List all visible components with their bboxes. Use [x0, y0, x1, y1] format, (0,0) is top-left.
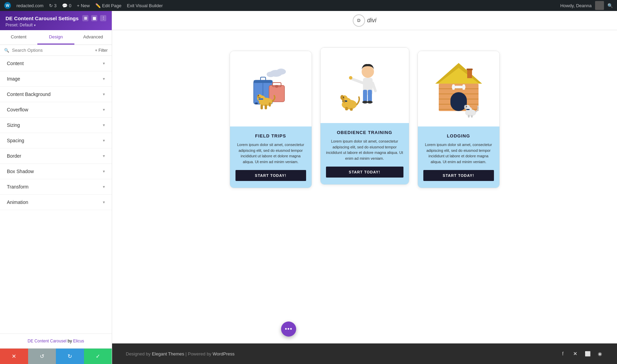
sidebar-header: DE Content Carousel Settings ⊞ ▦ ⋮ Prese…	[0, 11, 112, 30]
settings-item-image[interactable]: Image ▾	[0, 71, 112, 87]
svg-rect-49	[450, 92, 467, 111]
svg-point-8	[275, 85, 278, 88]
tab-advanced[interactable]: Advanced	[74, 30, 112, 45]
chevron-right-icon: ▾	[103, 107, 105, 112]
preset-chevron-icon[interactable]: ▾	[34, 23, 36, 27]
settings-item-label: Spacing	[7, 138, 24, 143]
card-body-obedience-training: OBEDIENCE TRAINING Lorem ipsum dolor sit…	[320, 123, 409, 184]
content-area: D divi	[112, 11, 617, 364]
instagram-icon[interactable]: ⬜	[584, 350, 591, 357]
tab-design[interactable]: Design	[37, 30, 75, 45]
chevron-right-icon: ▾	[103, 123, 105, 128]
layout-icon[interactable]: ▦	[91, 15, 97, 21]
rss-icon[interactable]: ◉	[596, 350, 603, 357]
redo-button[interactable]: ↻	[56, 349, 84, 364]
svg-point-16	[258, 95, 259, 96]
settings-item-label: Transform	[7, 184, 28, 190]
card-field-trips: FIELD TRIPS Lorem ipsum dolor sit amet, …	[230, 51, 312, 188]
card-title-obedience-training: OBEDIENCE TRAINING	[326, 130, 403, 135]
card-body-lodging: LODGING Lorem ipsum dolor sit amet, cons…	[418, 126, 499, 188]
sidebar-title-icons: ⊞ ▦ ⋮	[82, 15, 106, 21]
elegant-themes-link[interactable]: Elegant Themes	[152, 351, 184, 356]
svg-point-24	[362, 101, 368, 104]
site-name-bar-item[interactable]: redacted.com	[16, 3, 44, 8]
svg-point-10	[276, 69, 286, 75]
settings-item-transform[interactable]: Transform ▾	[0, 179, 112, 195]
svg-point-56	[462, 87, 465, 90]
chevron-right-icon: ▾	[103, 61, 105, 66]
settings-item-spacing[interactable]: Spacing ▾	[0, 133, 112, 148]
svg-rect-4	[255, 102, 258, 104]
settings-sidebar: DE Content Carousel Settings ⊞ ▦ ⋮ Prese…	[0, 11, 112, 364]
svg-rect-6	[269, 85, 285, 102]
settings-item-label: Content Background	[7, 92, 51, 97]
svg-rect-50	[455, 86, 463, 88]
sidebar-title-row: DE Content Carousel Settings ⊞ ▦ ⋮	[5, 15, 106, 21]
footer-social-icons: f ✕ ⬜ ◉	[559, 350, 603, 357]
settings-icon[interactable]: ⊞	[82, 15, 88, 21]
svg-point-25	[367, 101, 373, 104]
svg-point-29	[349, 76, 352, 80]
comments-bar-item[interactable]: 💬 0	[62, 3, 71, 8]
edit-page-bar-item[interactable]: ✏️ Edit Page	[95, 3, 121, 8]
settings-item-label: Coverflow	[7, 107, 28, 112]
divi-bar: D divi	[112, 11, 617, 30]
settings-item-sizing[interactable]: Sizing ▾	[0, 118, 112, 133]
card-title-lodging: LODGING	[423, 133, 494, 138]
de-content-carousel-link[interactable]: DE Content Carousel	[28, 339, 66, 343]
divi-logo: D divi	[353, 14, 376, 27]
card-button-field-trips[interactable]: START TODAY!	[235, 170, 306, 181]
settings-item-content[interactable]: Content ▾	[0, 56, 112, 71]
preset-label: Preset: Default	[5, 23, 33, 27]
settings-item-label: Sizing	[7, 122, 20, 128]
new-bar-item[interactable]: + New	[77, 3, 90, 8]
undo-button[interactable]: ↺	[28, 349, 56, 364]
revisions-bar-item[interactable]: ↻ 3	[49, 3, 57, 8]
settings-item-label: Image	[7, 76, 20, 82]
card-button-lodging[interactable]: START TODAY!	[423, 170, 494, 181]
wordpress-link[interactable]: WordPress	[213, 351, 234, 356]
svg-point-52	[452, 84, 455, 87]
divi-logo-circle: D	[353, 14, 365, 27]
chevron-right-icon: ▾	[103, 169, 105, 174]
svg-rect-22	[363, 90, 367, 102]
card-text-field-trips: Lorem ipsum dolor sit amet, consectetur …	[235, 142, 306, 165]
chevron-right-icon: ▾	[103, 92, 105, 97]
exit-visual-builder-item[interactable]: Exit Visual Builder	[127, 3, 163, 8]
svg-line-28	[373, 83, 375, 91]
search-admin-icon[interactable]: 🔍	[607, 3, 613, 8]
facebook-icon[interactable]: f	[559, 350, 566, 357]
settings-item-coverflow[interactable]: Coverflow ▾	[0, 102, 112, 118]
cancel-button[interactable]: ✕	[0, 349, 28, 364]
save-button[interactable]: ✓	[84, 349, 112, 364]
footer-text: Designed by Elegant Themes | Powered by …	[126, 351, 234, 356]
card-text-obedience-training: Lorem ipsum dolor sit amet, consectetur …	[326, 138, 403, 161]
svg-point-26	[362, 65, 374, 78]
more-options-icon[interactable]: ⋮	[100, 15, 106, 21]
settings-item-border[interactable]: Border ▾	[0, 148, 112, 164]
fab-button[interactable]: •••	[281, 321, 296, 337]
twitter-x-icon[interactable]: ✕	[572, 350, 579, 357]
filter-button[interactable]: + Filter	[95, 48, 108, 53]
obedience-training-illustration	[336, 54, 394, 117]
settings-item-box-shadow[interactable]: Box Shadow ▾	[0, 164, 112, 179]
field-trips-illustration	[243, 61, 298, 116]
card-button-obedience-training[interactable]: START TODAY!	[326, 167, 403, 178]
howdy-text: Howdy, Deanna	[560, 3, 592, 8]
chevron-right-icon: ▾	[103, 76, 105, 81]
svg-rect-19	[269, 102, 271, 107]
svg-rect-41	[467, 69, 472, 78]
settings-item-content-background[interactable]: Content Background ▾	[0, 87, 112, 102]
settings-item-label: Box Shadow	[7, 169, 34, 174]
settings-item-animation[interactable]: Animation ▾	[0, 195, 112, 210]
svg-point-11	[267, 72, 275, 77]
svg-rect-63	[468, 115, 470, 118]
wp-logo-icon[interactable]: W	[4, 2, 11, 9]
elicus-link[interactable]: Elicus	[73, 339, 84, 343]
tab-content[interactable]: Content	[0, 30, 37, 45]
search-options-input[interactable]	[12, 48, 92, 53]
settings-item-label: Content	[7, 61, 24, 66]
card-lodging: LODGING Lorem ipsum dolor sit amet, cons…	[418, 51, 500, 188]
card-body-field-trips: FIELD TRIPS Lorem ipsum dolor sit amet, …	[230, 126, 312, 188]
save-icon: ✓	[96, 353, 100, 360]
